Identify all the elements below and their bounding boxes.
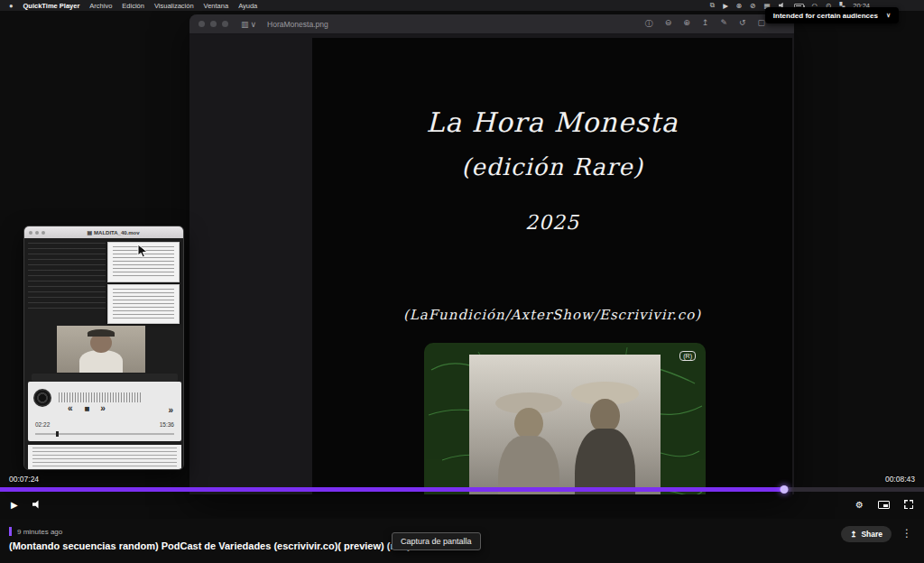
audio-progress-bar[interactable] <box>35 433 174 435</box>
zoom-out-icon[interactable]: ⊖ <box>665 18 672 30</box>
preview-content: La Hora Monesta (edición Rare) 2025 (LaF… <box>189 34 794 494</box>
torso-shape <box>575 429 636 494</box>
menu-edicion[interactable]: Edición <box>122 2 144 10</box>
markup-icon[interactable]: ✎ <box>720 18 727 30</box>
progress-handle[interactable] <box>781 485 789 494</box>
torso-shape <box>498 436 559 494</box>
video-title: (Montando secuencias random) PodCast de … <box>9 540 411 551</box>
rating-badge: (R) <box>679 351 696 361</box>
audience-banner[interactable]: Intended for certain audiences ∨ <box>765 7 899 23</box>
close-button[interactable] <box>199 21 205 27</box>
screenshot-tooltip: Captura de pantalla <box>392 532 481 550</box>
slide-title: La Hora Monesta <box>312 106 792 138</box>
document-icon: ▤ <box>87 229 92 235</box>
miniplayer-icon[interactable] <box>878 501 890 509</box>
video-meta-bar: 9 minutes ago (Montando secuencias rando… <box>0 519 924 563</box>
mini-window-title-text: MALDITA_40.mov <box>94 230 140 235</box>
mini-window-title: ▤ MALDITA_40.mov <box>87 229 139 235</box>
quicktime-mini-window: ▤ MALDITA_40.mov « ▮▮ » » <box>23 226 184 470</box>
screen-mirroring-icon[interactable]: ⧉ <box>710 1 715 10</box>
crop-icon[interactable]: ▢ <box>757 18 765 30</box>
forward-icon[interactable]: » <box>100 403 106 413</box>
share-arrow-icon: ↥ <box>850 530 856 539</box>
document-page <box>107 284 180 324</box>
menu-archivo[interactable]: Archivo <box>89 2 112 10</box>
slide-credits: (LaFundición/AxterShow/Escrivivir.co) <box>312 307 792 323</box>
share-button[interactable]: ↥ Share <box>841 526 892 542</box>
rewind-icon[interactable]: « <box>68 403 73 413</box>
audio-progress-handle[interactable] <box>56 431 59 437</box>
settings-gear-icon[interactable]: ⚙ <box>855 500 864 510</box>
person-shirt-shape <box>79 350 122 373</box>
audio-times: 02:22 15:36 <box>35 421 174 428</box>
info-icon[interactable]: ⓘ <box>645 18 653 30</box>
progress-fill <box>0 487 784 492</box>
zoom-in-icon[interactable]: ⊕ <box>683 18 690 30</box>
mini-window-content: « ▮▮ » » 02:22 15:36 <box>24 238 183 469</box>
preview-toolbar: ⓘ ⊖ ⊕ ↥ ✎ ↺ ▢ ⋯ <box>645 18 785 30</box>
menu-ayuda[interactable]: Ayuda <box>238 2 257 10</box>
minimize-button[interactable] <box>210 21 217 27</box>
slide-year: 2025 <box>312 211 792 234</box>
code-panel <box>28 243 106 313</box>
player-controls: ▶ ⚙ <box>0 494 924 515</box>
album-art <box>33 389 51 407</box>
zoom-button[interactable] <box>42 231 45 235</box>
audio-total: 15:36 <box>160 421 174 428</box>
chevron-down-icon: ∨ <box>886 12 891 19</box>
slide-image: La Hora Monesta (edición Rare) 2025 (LaF… <box>312 38 792 494</box>
sidebar-chevron-icon: ∨ <box>251 20 257 29</box>
mini-titlebar[interactable]: ▤ MALDITA_40.mov <box>24 226 183 238</box>
close-button[interactable] <box>29 231 32 235</box>
share-button-label: Share <box>861 530 882 539</box>
player-controls-right: ⚙ <box>855 500 913 510</box>
stop-record-icon[interactable]: ⊗ <box>736 2 742 10</box>
posted-ago: 9 minutes ago <box>9 527 62 536</box>
player-progress-bar[interactable] <box>0 487 924 492</box>
menu-app-name[interactable]: QuickTime Player <box>23 2 80 10</box>
preview-window-title: HoraMonesta.png <box>267 20 328 29</box>
preview-titlebar[interactable]: ▥ ∨ HoraMonesta.png ⓘ ⊖ ⊕ ↥ ✎ ↺ ▢ ⋯ <box>189 14 794 34</box>
more-options-button[interactable]: ⋮ <box>901 527 912 540</box>
audio-player: « ▮▮ » » 02:22 15:36 <box>28 382 181 441</box>
audience-banner-label: Intended for certain audiences <box>773 12 878 20</box>
mini-player-titlebar <box>32 374 178 382</box>
share-icon[interactable]: ↥ <box>702 18 709 30</box>
webcam-video <box>57 326 145 373</box>
desktop: ● QuickTime Player Archivo Edición Visua… <box>0 0 924 563</box>
apple-menu-icon[interactable]: ● <box>9 2 14 10</box>
pause-icon[interactable]: ▮▮ <box>85 405 89 411</box>
skip-next-icon[interactable]: » <box>168 405 173 415</box>
player-current-time: 00:07:24 <box>9 475 39 484</box>
sidebar-toggle-icon[interactable]: ▥ ∨ <box>241 20 256 29</box>
fullscreen-icon[interactable] <box>904 500 913 509</box>
map-frame: (R) <box>424 343 706 494</box>
rotate-icon[interactable]: ↺ <box>739 18 746 30</box>
play-status-icon[interactable]: ▶ <box>723 2 728 10</box>
menu-ventana[interactable]: Ventana <box>204 2 229 10</box>
play-button[interactable]: ▶ <box>11 500 18 510</box>
person-cap-shape <box>88 329 114 337</box>
document-footer <box>28 445 181 470</box>
menu-visualizacion[interactable]: Visualización <box>154 2 194 10</box>
player-duration: 00:08:43 <box>885 475 915 484</box>
preview-window: ▥ ∨ HoraMonesta.png ⓘ ⊖ ⊕ ↥ ✎ ↺ ▢ ⋯ La H… <box>189 14 794 494</box>
minimize-button[interactable] <box>35 231 39 235</box>
transport-controls: « ▮▮ » <box>68 403 106 413</box>
posted-ago-label: 9 minutes ago <box>17 528 62 536</box>
player-time-row: 00:07:24 00:08:43 <box>0 475 924 484</box>
stop-capture-icon[interactable]: ⊘ <box>750 2 755 10</box>
audio-elapsed: 02:22 <box>35 421 50 428</box>
mouse-cursor-icon <box>137 244 148 258</box>
slide-subtitle: (edición Rare) <box>312 153 792 180</box>
volume-button[interactable] <box>32 500 42 509</box>
film-still-photo <box>469 355 661 494</box>
waveform <box>59 392 142 402</box>
zoom-button[interactable] <box>222 21 228 27</box>
sidebar-icon: ▥ <box>241 20 249 29</box>
